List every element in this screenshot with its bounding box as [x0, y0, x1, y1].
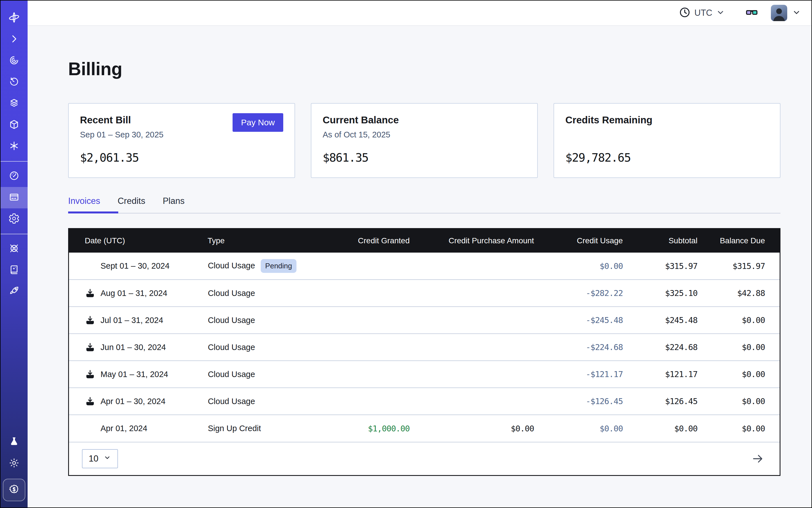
- sidebar-item-layers[interactable]: [1, 93, 28, 114]
- balance-due-cell: $0.00: [712, 334, 780, 361]
- sidebar-item-usage[interactable]: [1, 166, 28, 187]
- column-header-date: Date (UTC): [69, 229, 208, 253]
- credit-usage-cell: -$224.68: [549, 334, 638, 361]
- sidebar-item-history[interactable]: [1, 72, 28, 93]
- recent-bill-card: Recent Bill Sep 01 – Sep 30, 2025 Pay No…: [68, 103, 295, 178]
- credit-purchase-cell: [424, 361, 549, 388]
- chevron-down-icon: [716, 8, 725, 18]
- icon-spacer: [85, 261, 95, 271]
- cube-icon: [8, 119, 20, 131]
- column-header-type: Type: [208, 229, 332, 253]
- balance-due-cell: $0.00: [712, 361, 780, 388]
- sidebar-item-theme-toggle[interactable]: [1, 453, 28, 474]
- invoice-period: May 01 – 31, 2024: [100, 370, 168, 379]
- credit-purchase-cell: [424, 307, 549, 334]
- balance-due-cell: $42.88: [712, 280, 780, 307]
- download-invoice-icon[interactable]: [85, 288, 95, 298]
- sidebar-item-observability[interactable]: [1, 50, 28, 72]
- card-title: Credits Remaining: [565, 114, 769, 126]
- page-size-select[interactable]: 10: [82, 449, 118, 468]
- invoice-type: Cloud Usage: [208, 343, 255, 352]
- download-invoice-icon[interactable]: [85, 342, 95, 352]
- sidebar-item-asterisk[interactable]: [1, 136, 28, 157]
- invoice-row: Jul 01 – 31, 2024Cloud Usage-$245.48$245…: [69, 307, 780, 334]
- invoice-type: Cloud Usage: [208, 261, 255, 270]
- sidebar-item-credits[interactable]: [3, 479, 25, 501]
- invoice-type: Cloud Usage: [208, 397, 255, 406]
- invoice-period: Apr 01 – 30, 2024: [100, 397, 166, 406]
- docs-book-icon: [8, 264, 20, 277]
- sidebar-item-cube[interactable]: [1, 114, 28, 136]
- rocket-icon: [8, 286, 20, 298]
- tab-plans[interactable]: Plans: [163, 196, 185, 213]
- card-subtitle: As of Oct 15, 2025: [323, 130, 526, 140]
- timezone-selector[interactable]: UTC: [679, 6, 725, 20]
- app-logo[interactable]: [1, 7, 28, 29]
- sidebar-item-docs[interactable]: [1, 260, 28, 281]
- sidebar-item-fleet[interactable]: [1, 238, 28, 260]
- subtotal-cell: $245.48: [637, 307, 712, 334]
- sidebar-item-billing[interactable]: [1, 187, 28, 208]
- invoice-row: Sept 01 – 30, 2024Cloud UsagePending$0.0…: [69, 253, 780, 280]
- page-size-value: 10: [89, 454, 98, 464]
- invoice-period: Jul 01 – 31, 2024: [100, 316, 163, 325]
- table-header-row: Date (UTC) Type Credit Granted Credit Pu…: [69, 229, 780, 253]
- credit-usage-cell: $0.00: [549, 253, 638, 280]
- chevron-down-icon: [792, 8, 801, 18]
- column-header-balance-due: Balance Due: [712, 229, 780, 253]
- account-menu-button[interactable]: [792, 8, 801, 18]
- settings-gear-icon: [8, 213, 20, 225]
- asterisk-icon: [8, 140, 20, 153]
- credit-purchase-cell: $0.00: [424, 415, 549, 442]
- clock-icon: [679, 6, 691, 20]
- download-invoice-icon[interactable]: [85, 315, 95, 326]
- credit-granted-cell: [332, 388, 424, 415]
- invoice-period: Sept 01 – 30, 2024: [100, 261, 170, 270]
- credit-granted-cell: $1,000.00: [332, 415, 424, 442]
- summary-cards: Recent Bill Sep 01 – Sep 30, 2025 Pay No…: [68, 103, 780, 178]
- sidebar-item-labs[interactable]: [1, 431, 28, 453]
- sidebar: [1, 1, 28, 507]
- download-invoice-icon[interactable]: [85, 369, 95, 380]
- table-footer: 10: [69, 442, 780, 475]
- credit-granted-cell: [332, 280, 424, 307]
- layers-icon: [8, 97, 20, 110]
- tab-credits[interactable]: Credits: [118, 196, 145, 213]
- reader-mode-button[interactable]: [745, 6, 759, 20]
- invoice-row: May 01 – 31, 2024Cloud Usage-$121.17$121…: [69, 361, 780, 388]
- column-header-credit-usage: Credit Usage: [549, 229, 638, 253]
- credit-usage-cell: -$121.17: [549, 361, 638, 388]
- current-balance-card: Current Balance As of Oct 15, 2025 $861.…: [311, 103, 538, 178]
- next-page-button[interactable]: [752, 453, 764, 465]
- invoice-period: Jun 01 – 30, 2024: [100, 343, 166, 352]
- pay-now-button[interactable]: Pay Now: [232, 113, 283, 132]
- invoice-row: Aug 01 – 31, 2024Cloud Usage-$282.22$325…: [69, 280, 780, 307]
- column-header-credit-granted: Credit Granted: [332, 229, 424, 253]
- invoice-type: Cloud Usage: [208, 316, 255, 325]
- invoice-row: Jun 01 – 30, 2024Cloud Usage-$224.68$224…: [69, 334, 780, 361]
- tab-invoices[interactable]: Invoices: [68, 196, 100, 213]
- subtotal-cell: $224.68: [637, 334, 712, 361]
- theme-sun-icon: [8, 457, 20, 470]
- download-invoice-icon[interactable]: [85, 396, 95, 407]
- credit-usage-cell: $0.00: [549, 415, 638, 442]
- credit-usage-cell: -$245.48: [549, 307, 638, 334]
- sidebar-item-getting-started[interactable]: [1, 281, 28, 302]
- billing-card-icon: [8, 192, 20, 204]
- previous-page-button[interactable]: [721, 453, 733, 465]
- subtotal-cell: $325.10: [637, 280, 712, 307]
- balance-due-cell: $0.00: [712, 307, 780, 334]
- timezone-label: UTC: [694, 8, 712, 18]
- credit-granted-cell: [332, 307, 424, 334]
- card-subtitle: [565, 130, 769, 140]
- credit-granted-cell: [332, 334, 424, 361]
- sidebar-item-expand[interactable]: [1, 29, 28, 50]
- card-subtitle: Sep 01 – Sep 30, 2025: [80, 130, 164, 140]
- subtotal-cell: $315.97: [637, 253, 712, 280]
- sidebar-item-settings[interactable]: [1, 208, 28, 230]
- user-avatar[interactable]: [771, 5, 787, 21]
- invoice-period: Aug 01 – 31, 2024: [100, 289, 167, 298]
- invoice-row: Apr 01 – 30, 2024Cloud Usage-$126.45$126…: [69, 388, 780, 415]
- credit-usage-cell: -$126.45: [549, 388, 638, 415]
- invoice-type: Sign Up Credit: [208, 424, 261, 433]
